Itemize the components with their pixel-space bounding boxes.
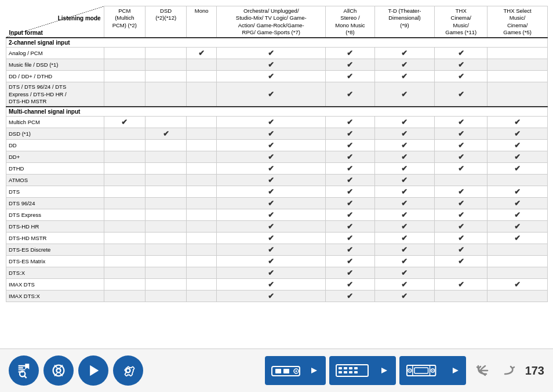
checkmark-icon: ✔	[198, 49, 205, 57]
back-arrow-button[interactable]	[472, 360, 494, 382]
checkmark-icon: ✔	[458, 245, 464, 254]
cell-0-2-2	[187, 71, 217, 82]
svg-point-26	[432, 370, 433, 371]
row-label-0-0: Analog / PCM	[6, 48, 104, 59]
cell-0-0-4: ✔	[326, 48, 374, 59]
cell-0-1-6: ✔	[435, 59, 487, 71]
row-label-1-15: IMAX DTS:X	[6, 291, 104, 302]
cell-1-5-3: ✔	[217, 175, 326, 186]
col-thx: THXCinema/Music/Games (*11)	[435, 6, 487, 38]
cell-1-10-3: ✔	[217, 233, 326, 244]
nav-icons-center	[265, 356, 466, 385]
connection-button[interactable]	[43, 355, 74, 386]
checkmark-icon: ✔	[347, 72, 353, 81]
checkmark-icon: ✔	[268, 257, 274, 266]
checkmark-icon: ✔	[458, 222, 464, 231]
checkmark-icon: ✔	[268, 72, 274, 81]
cell-1-1-0	[104, 128, 145, 140]
cell-1-14-1	[145, 279, 186, 291]
cell-1-10-4: ✔	[326, 233, 374, 244]
cell-0-2-0	[104, 71, 145, 82]
svg-rect-4	[275, 369, 281, 373]
table-row: DTS✔✔✔✔✔	[6, 186, 548, 198]
settings-button[interactable]	[113, 355, 143, 386]
cell-1-7-7: ✔	[487, 198, 548, 209]
checkmark-icon: ✔	[458, 49, 464, 57]
cell-1-14-6: ✔	[435, 279, 487, 291]
svg-marker-18	[381, 368, 387, 373]
checkmark-icon: ✔	[401, 141, 408, 150]
device2-button[interactable]	[329, 356, 396, 385]
cell-1-10-5: ✔	[374, 233, 435, 244]
cell-1-10-7: ✔	[487, 233, 548, 244]
checkmark-icon: ✔	[401, 118, 408, 126]
svg-rect-12	[349, 367, 352, 369]
device3-button[interactable]	[399, 356, 466, 385]
checkmark-icon: ✔	[347, 210, 353, 219]
row-label-1-4: DTHD	[6, 163, 104, 175]
cell-1-0-0: ✔	[104, 117, 145, 128]
checkmark-icon: ✔	[401, 164, 408, 173]
cell-0-0-5: ✔	[374, 48, 435, 59]
col-thxselect: THX SelectMusic/Cinema/Games (*5)	[487, 6, 548, 38]
row-label-1-11: DTS-ES Discrete	[6, 244, 104, 256]
svg-rect-22	[414, 368, 428, 373]
cell-1-8-6: ✔	[435, 209, 487, 221]
cell-0-1-3: ✔	[217, 59, 326, 71]
cell-1-8-5: ✔	[374, 209, 435, 221]
checkmark-icon: ✔	[514, 187, 521, 196]
checkmark-icon: ✔	[268, 118, 274, 126]
cell-1-2-5: ✔	[374, 140, 435, 151]
cell-1-5-0	[104, 175, 145, 186]
cell-1-4-2	[187, 163, 217, 175]
cell-0-0-6: ✔	[435, 48, 487, 59]
device1-button[interactable]	[265, 356, 326, 385]
cell-1-1-6: ✔	[435, 128, 487, 140]
cell-1-13-6	[435, 267, 487, 279]
listening-mode-label: Listening mode	[58, 15, 102, 21]
cell-1-10-0	[104, 233, 145, 244]
table-row: Analog / PCM✔✔✔✔✔	[6, 48, 548, 59]
svg-rect-5	[283, 369, 289, 373]
checkmark-icon: ✔	[401, 280, 408, 289]
forward-arrow-button[interactable]	[497, 360, 519, 382]
row-label-1-1: DSD (*1)	[6, 128, 104, 140]
row-label-1-13: DTS:X	[6, 267, 104, 279]
cell-1-15-6	[435, 291, 487, 302]
cell-1-8-3: ✔	[217, 209, 326, 221]
svg-marker-2	[90, 365, 99, 376]
row-label-1-5: ATMOS	[6, 175, 104, 186]
cell-1-9-1	[145, 221, 186, 233]
cell-1-2-1	[145, 140, 186, 151]
checkmark-icon: ✔	[347, 268, 353, 277]
cell-1-9-6: ✔	[435, 221, 487, 233]
row-label-1-3: DD+	[6, 151, 104, 163]
table-row: Music file / DSD (*1)✔✔✔✔	[6, 59, 548, 71]
cell-1-11-6: ✔	[435, 244, 487, 256]
cell-1-6-1	[145, 186, 186, 198]
cell-1-8-1	[145, 209, 186, 221]
cell-1-7-4: ✔	[326, 198, 374, 209]
checkmark-icon: ✔	[268, 234, 274, 242]
cell-0-0-7	[487, 48, 548, 59]
cell-1-0-1	[145, 117, 186, 128]
cell-1-12-7	[487, 256, 548, 267]
svg-rect-10	[339, 367, 342, 369]
checkmark-icon: ✔	[514, 129, 521, 138]
cell-0-1-2	[187, 59, 217, 71]
svg-point-7	[295, 371, 297, 372]
checkmark-icon: ✔	[514, 118, 521, 126]
cell-0-1-1	[145, 59, 186, 71]
svg-rect-15	[344, 371, 347, 373]
cell-1-7-1	[145, 198, 186, 209]
cell-1-5-1	[145, 175, 186, 186]
cell-1-5-7	[487, 175, 548, 186]
cell-1-1-4: ✔	[326, 128, 374, 140]
cell-1-0-6: ✔	[435, 117, 487, 128]
cell-1-2-3: ✔	[217, 140, 326, 151]
checkmark-icon: ✔	[514, 141, 521, 150]
search-button[interactable]	[9, 355, 39, 386]
col-pcm: PCM(MultichPCM) (*2)	[104, 6, 145, 38]
cell-1-15-3: ✔	[217, 291, 326, 302]
play-button[interactable]	[78, 355, 108, 386]
